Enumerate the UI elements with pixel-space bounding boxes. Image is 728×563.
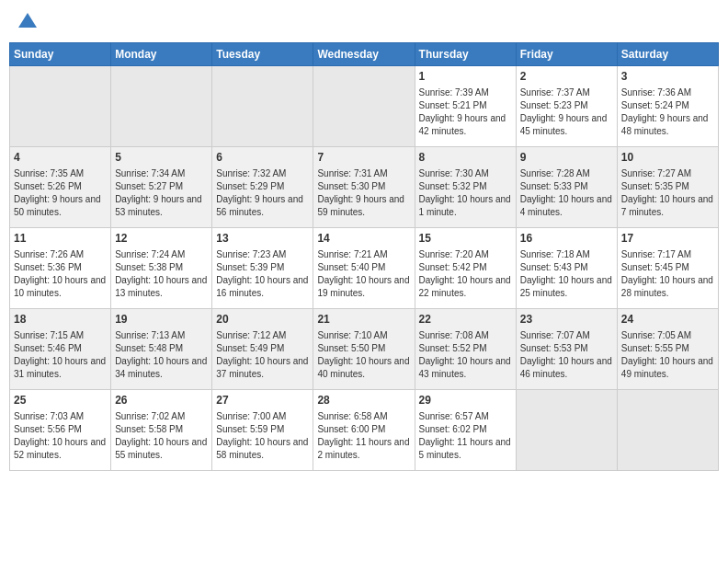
calendar-cell: 9Sunrise: 7:28 AMSunset: 5:33 PMDaylight…: [516, 147, 617, 228]
day-info: Sunrise: 7:20 AM: [419, 248, 512, 261]
day-info: Sunset: 5:24 PM: [621, 99, 714, 112]
day-info: Daylight: 9 hours and 50 minutes.: [14, 193, 107, 219]
day-info: Sunrise: 7:34 AM: [115, 167, 208, 180]
header-wednesday: Wednesday: [313, 43, 415, 66]
day-info: Daylight: 10 hours and 13 minutes.: [115, 274, 208, 300]
day-info: Daylight: 10 hours and 19 minutes.: [317, 274, 410, 300]
calendar-cell: 22Sunrise: 7:08 AMSunset: 5:52 PMDayligh…: [415, 309, 516, 390]
day-info: Sunset: 5:38 PM: [115, 261, 208, 274]
day-info: Daylight: 10 hours and 25 minutes.: [520, 274, 613, 300]
day-info: Sunrise: 7:36 AM: [621, 86, 714, 99]
day-info: Daylight: 10 hours and 7 minutes.: [621, 193, 714, 219]
calendar-header-row: SundayMondayTuesdayWednesdayThursdayFrid…: [10, 43, 719, 66]
day-info: Daylight: 10 hours and 1 minute.: [419, 193, 512, 219]
week-row-2: 4Sunrise: 7:35 AMSunset: 5:26 PMDaylight…: [10, 147, 719, 228]
day-info: Sunset: 5:29 PM: [216, 180, 309, 193]
header-monday: Monday: [111, 43, 212, 66]
day-number: 1: [419, 69, 512, 85]
day-info: Daylight: 10 hours and 40 minutes.: [317, 355, 410, 381]
calendar-cell: 28Sunrise: 6:58 AMSunset: 6:00 PMDayligh…: [313, 390, 415, 471]
day-info: Sunrise: 7:31 AM: [317, 167, 410, 180]
logo: [13, 9, 40, 35]
day-number: 13: [216, 231, 309, 247]
week-row-4: 18Sunrise: 7:15 AMSunset: 5:46 PMDayligh…: [10, 309, 719, 390]
day-info: Sunset: 6:02 PM: [419, 423, 512, 436]
day-number: 24: [621, 312, 714, 327]
calendar-cell: 4Sunrise: 7:35 AMSunset: 5:26 PMDaylight…: [10, 147, 111, 228]
day-info: Sunrise: 7:15 AM: [14, 329, 107, 342]
day-info: Sunset: 5:30 PM: [317, 180, 410, 193]
day-info: Daylight: 9 hours and 59 minutes.: [317, 193, 410, 219]
calendar-cell: 29Sunrise: 6:57 AMSunset: 6:02 PMDayligh…: [415, 390, 516, 471]
day-info: Sunset: 5:26 PM: [14, 180, 107, 193]
day-info: Sunset: 5:33 PM: [520, 180, 613, 193]
day-info: Daylight: 10 hours and 37 minutes.: [216, 355, 309, 381]
calendar-cell: [516, 390, 617, 471]
day-info: Sunset: 5:48 PM: [115, 342, 208, 355]
day-number: 23: [520, 312, 613, 327]
day-number: 29: [419, 393, 512, 408]
calendar-cell: 7Sunrise: 7:31 AMSunset: 5:30 PMDaylight…: [313, 147, 415, 228]
calendar-cell: 13Sunrise: 7:23 AMSunset: 5:39 PMDayligh…: [212, 228, 313, 309]
day-info: Sunset: 5:50 PM: [317, 342, 410, 355]
day-info: Sunrise: 7:00 AM: [216, 410, 309, 423]
day-info: Sunset: 5:43 PM: [520, 261, 613, 274]
day-info: Daylight: 10 hours and 34 minutes.: [115, 355, 208, 381]
day-info: Daylight: 10 hours and 55 minutes.: [115, 436, 208, 462]
day-info: Sunrise: 7:03 AM: [14, 410, 107, 423]
day-number: 17: [621, 231, 714, 247]
day-number: 26: [115, 393, 208, 408]
calendar-cell: 21Sunrise: 7:10 AMSunset: 5:50 PMDayligh…: [313, 309, 415, 390]
day-info: Sunset: 5:56 PM: [14, 423, 107, 436]
day-info: Sunrise: 7:28 AM: [520, 167, 613, 180]
day-number: 27: [216, 393, 309, 408]
day-info: Sunrise: 7:32 AM: [216, 167, 309, 180]
day-info: Sunrise: 7:17 AM: [621, 248, 714, 261]
day-info: Sunrise: 7:26 AM: [14, 248, 107, 261]
day-number: 22: [419, 312, 512, 327]
calendar-cell: 20Sunrise: 7:12 AMSunset: 5:49 PMDayligh…: [212, 309, 313, 390]
calendar-cell: 27Sunrise: 7:00 AMSunset: 5:59 PMDayligh…: [212, 390, 313, 471]
logo-icon: [15, 9, 40, 35]
day-info: Daylight: 9 hours and 45 minutes.: [520, 112, 613, 138]
day-info: Sunset: 5:49 PM: [216, 342, 309, 355]
day-info: Daylight: 10 hours and 10 minutes.: [14, 274, 107, 300]
calendar-cell: 16Sunrise: 7:18 AMSunset: 5:43 PMDayligh…: [516, 228, 617, 309]
day-info: Sunrise: 7:30 AM: [419, 167, 512, 180]
day-info: Daylight: 10 hours and 28 minutes.: [621, 274, 714, 300]
day-info: Daylight: 10 hours and 4 minutes.: [520, 193, 613, 219]
day-info: Sunrise: 7:37 AM: [520, 86, 613, 99]
day-info: Sunset: 5:58 PM: [115, 423, 208, 436]
calendar-cell: 6Sunrise: 7:32 AMSunset: 5:29 PMDaylight…: [212, 147, 313, 228]
day-number: 16: [520, 231, 613, 247]
header-sunday: Sunday: [10, 43, 111, 66]
day-number: 8: [419, 150, 512, 166]
day-info: Daylight: 9 hours and 42 minutes.: [419, 112, 512, 138]
calendar-cell: 14Sunrise: 7:21 AMSunset: 5:40 PMDayligh…: [313, 228, 415, 309]
day-info: Sunset: 5:35 PM: [621, 180, 714, 193]
calendar-cell: 25Sunrise: 7:03 AMSunset: 5:56 PMDayligh…: [10, 390, 111, 471]
day-info: Daylight: 10 hours and 49 minutes.: [621, 355, 714, 381]
day-number: 28: [317, 393, 410, 408]
calendar-cell: 10Sunrise: 7:27 AMSunset: 5:35 PMDayligh…: [617, 147, 718, 228]
calendar-cell: [212, 66, 313, 147]
day-info: Sunset: 5:53 PM: [520, 342, 613, 355]
day-number: 12: [115, 231, 208, 247]
calendar-cell: 1Sunrise: 7:39 AMSunset: 5:21 PMDaylight…: [415, 66, 516, 147]
day-info: Sunrise: 7:08 AM: [419, 329, 512, 342]
page-header: [9, 9, 719, 35]
day-info: Sunset: 5:55 PM: [621, 342, 714, 355]
day-number: 10: [621, 150, 714, 166]
day-info: Daylight: 10 hours and 22 minutes.: [419, 274, 512, 300]
week-row-5: 25Sunrise: 7:03 AMSunset: 5:56 PMDayligh…: [10, 390, 719, 471]
calendar-cell: 3Sunrise: 7:36 AMSunset: 5:24 PMDaylight…: [617, 66, 718, 147]
day-info: Sunset: 5:42 PM: [419, 261, 512, 274]
calendar-cell: [111, 66, 212, 147]
day-info: Daylight: 11 hours and 5 minutes.: [419, 436, 512, 462]
day-info: Sunrise: 6:57 AM: [419, 410, 512, 423]
header-saturday: Saturday: [617, 43, 718, 66]
day-info: Sunrise: 7:21 AM: [317, 248, 410, 261]
day-number: 21: [317, 312, 410, 327]
day-number: 25: [14, 393, 107, 408]
day-info: Sunset: 5:36 PM: [14, 261, 107, 274]
